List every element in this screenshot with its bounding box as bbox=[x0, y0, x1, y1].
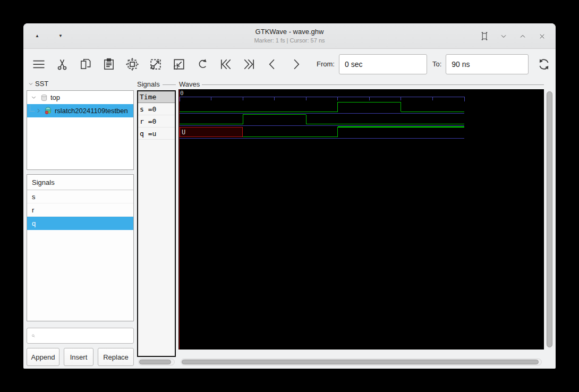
frame-line bbox=[202, 84, 544, 85]
go-to-end-button[interactable] bbox=[241, 55, 257, 74]
undo-button[interactable] bbox=[194, 55, 210, 74]
fullscreen-icon bbox=[480, 31, 489, 41]
copy-button[interactable] bbox=[78, 55, 93, 74]
window-title: GTKWave - wave.ghw bbox=[23, 28, 556, 36]
zoom-fit-icon bbox=[125, 57, 140, 72]
undo-arrow-icon bbox=[195, 57, 209, 71]
zoom-in-button[interactable] bbox=[148, 55, 164, 74]
wave-svg: 0U bbox=[178, 89, 544, 350]
tree-item-top[interactable]: top bbox=[27, 91, 133, 104]
search-input[interactable] bbox=[36, 328, 133, 343]
reload-icon bbox=[537, 57, 551, 72]
paste-button[interactable] bbox=[101, 55, 117, 74]
close-button[interactable] bbox=[537, 31, 547, 41]
signal-names-panel[interactable]: Time s =0 r =0 q =u bbox=[137, 90, 176, 357]
replace-button[interactable]: Replace bbox=[98, 348, 134, 366]
copy-icon bbox=[79, 57, 92, 71]
fullscreen-button[interactable] bbox=[479, 31, 490, 41]
toolbar: From: To: bbox=[23, 49, 556, 79]
zoom-fit-button[interactable] bbox=[124, 55, 140, 74]
wave-name-s[interactable]: s =0 bbox=[138, 103, 175, 115]
tree-connector bbox=[30, 106, 35, 112]
wave-name-r[interactable]: r =0 bbox=[138, 115, 175, 127]
chevron-right-icon bbox=[288, 57, 303, 72]
wave-hscrollbar[interactable] bbox=[181, 359, 542, 365]
hamburger-menu-icon bbox=[31, 57, 46, 72]
signal-action-buttons: Append Insert Replace bbox=[27, 348, 134, 366]
chevron-down-icon[interactable] bbox=[30, 94, 37, 101]
prev-edge-button[interactable] bbox=[265, 55, 280, 74]
titlebar-right-controls bbox=[479, 23, 547, 49]
chevron-left-icon bbox=[265, 57, 280, 72]
skip-to-start-icon bbox=[218, 57, 233, 72]
ruler-origin-label: 0 bbox=[180, 90, 184, 97]
zoom-out-icon bbox=[172, 57, 186, 72]
signals-list-header: Signals bbox=[27, 175, 133, 190]
reload-button[interactable] bbox=[535, 55, 553, 74]
maximize-button[interactable] bbox=[517, 31, 528, 41]
undefined-value-label: U bbox=[182, 129, 185, 136]
time-header[interactable]: Time bbox=[138, 91, 175, 103]
wave-vscrollbar-thumb[interactable] bbox=[547, 91, 552, 347]
wave-hscrollbar-thumb[interactable] bbox=[182, 360, 539, 364]
chevron-up-icon bbox=[518, 32, 527, 40]
gtkwave-window: ▲ ▼ GTKWave - wave.ghw Marker: 1 fs | Cu… bbox=[23, 23, 556, 369]
signal-item-q[interactable]: q bbox=[27, 217, 133, 230]
waves-frame-label: Waves bbox=[179, 80, 200, 88]
zoom-out-button[interactable] bbox=[171, 55, 187, 74]
sst-section-header[interactable]: SST bbox=[28, 80, 48, 88]
zoom-in-icon bbox=[148, 57, 163, 72]
wave-name-q[interactable]: q =u bbox=[138, 127, 175, 140]
titlebar-text: GTKWave - wave.ghw Marker: 1 fs | Cursor… bbox=[23, 28, 556, 44]
sst-tree: top rslatch20241109testben bbox=[27, 90, 134, 170]
menu-button[interactable] bbox=[31, 55, 47, 74]
clipboard-paste-icon bbox=[102, 57, 116, 71]
scissors-icon bbox=[55, 57, 69, 71]
titlebar[interactable]: ▲ ▼ GTKWave - wave.ghw Marker: 1 fs | Cu… bbox=[23, 23, 556, 49]
skip-to-end-icon bbox=[242, 57, 257, 72]
signal-item-r[interactable]: r bbox=[27, 203, 133, 217]
wave-vscrollbar[interactable] bbox=[546, 90, 553, 350]
sst-header-label: SST bbox=[35, 80, 48, 88]
signal-search-box[interactable] bbox=[27, 328, 134, 344]
sst-signals-list: Signals s r q bbox=[27, 174, 134, 321]
frame-line bbox=[163, 84, 176, 85]
minimize-button[interactable] bbox=[498, 31, 509, 41]
tree-item-rslatch[interactable]: rslatch20241109testben bbox=[27, 104, 133, 117]
chevron-right-icon[interactable] bbox=[35, 107, 42, 114]
wave-canvas[interactable]: 0U bbox=[178, 89, 544, 350]
chevron-down-icon bbox=[28, 81, 34, 87]
go-to-start-button[interactable] bbox=[218, 55, 234, 74]
insert-button[interactable]: Insert bbox=[64, 348, 93, 366]
undefined-region-q bbox=[180, 127, 243, 137]
names-hscrollbar[interactable] bbox=[138, 359, 175, 365]
names-frame-label: Signals bbox=[137, 80, 160, 88]
signal-item-s[interactable]: s bbox=[27, 190, 133, 203]
tree-item-label: top bbox=[50, 93, 60, 101]
pane-divider[interactable] bbox=[134, 79, 137, 369]
append-button[interactable]: Append bbox=[27, 348, 59, 366]
close-icon bbox=[538, 32, 546, 40]
cut-button[interactable] bbox=[54, 55, 70, 74]
from-label: From: bbox=[317, 60, 335, 68]
from-input[interactable] bbox=[339, 54, 427, 74]
to-label: To: bbox=[432, 60, 441, 68]
chevron-down-icon bbox=[499, 32, 508, 40]
tree-item-label: rslatch20241109testben bbox=[55, 107, 128, 115]
to-input[interactable] bbox=[446, 54, 529, 74]
names-hscrollbar-thumb[interactable] bbox=[139, 360, 171, 364]
marker-cursor-status: Marker: 1 fs | Cursor: 57 ns bbox=[23, 37, 556, 44]
database-cylinder-icon bbox=[40, 93, 48, 102]
module-icon bbox=[44, 106, 53, 115]
next-edge-button[interactable] bbox=[288, 55, 304, 74]
search-icon bbox=[31, 332, 36, 340]
